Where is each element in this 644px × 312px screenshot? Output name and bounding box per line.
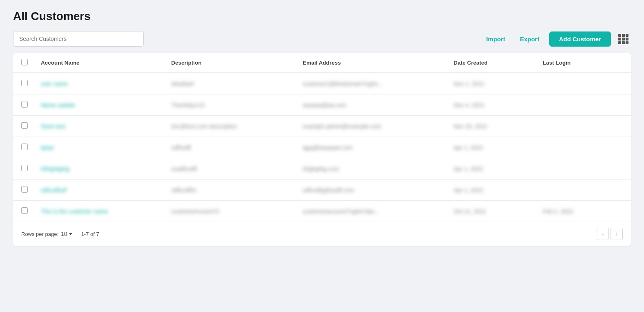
row-description: sdfhsdfl (165, 137, 296, 158)
row-checkbox[interactable] (21, 207, 28, 214)
rows-per-page-control: Rows per page: 10 1-7 of 7 (21, 231, 99, 237)
table-footer: Rows per page: 10 1-7 of 7 ‹ › (13, 222, 631, 246)
row-last-login (536, 180, 631, 201)
row-date-created: Apr 1, 2022 (447, 137, 536, 158)
select-all-checkbox[interactable] (21, 59, 28, 65)
table-row: hthtghtghtgsvadfuvdflthtghghtg.comApr 1,… (13, 158, 631, 180)
row-last-login (536, 158, 631, 180)
row-checkbox-cell (13, 158, 34, 180)
rows-per-page-select[interactable]: 10 (61, 231, 72, 237)
row-description: customerInvoice70 (165, 201, 296, 222)
table-row: Name updateThanMay123aaaaaa@aa.comNov 4,… (13, 94, 631, 116)
page-wrapper: All Customers Import Export Add Customer… (0, 0, 644, 312)
row-last-login (536, 137, 631, 158)
page-info: 1-7 of 7 (81, 231, 99, 237)
table-row: Store testdnc@test.com descriptionexampl… (13, 116, 631, 137)
row-description: ThanMay123 (165, 94, 296, 116)
customer-name-link[interactable]: hthtghtghtg (41, 166, 69, 172)
customer-name-link[interactable]: Store test (41, 123, 65, 130)
rows-per-page-value: 10 (61, 231, 67, 237)
rows-per-page-label: Rows per page: (21, 231, 58, 237)
row-email: aaaaaa@aa.com (296, 94, 447, 116)
row-account-name[interactable]: hthtghtghtg (34, 158, 165, 180)
prev-page-button[interactable]: ‹ (597, 228, 609, 240)
header-account-name: Account Name (34, 53, 165, 73)
row-email: customeraccount7nghe7abc... (296, 201, 447, 222)
header-checkbox-col (13, 53, 34, 73)
row-description: sdflcsdfhc (165, 180, 296, 201)
row-date-created: Nov 4, 2021 (447, 94, 536, 116)
row-last-login (536, 116, 631, 137)
row-account-name[interactable]: Store test (34, 116, 165, 137)
pagination-buttons: ‹ › (597, 228, 623, 240)
grid-view-button[interactable] (616, 31, 631, 47)
table-header-row: Account Name Description Email Address D… (13, 53, 631, 73)
row-date-created: Apr 1, 2022 (447, 158, 536, 180)
table-row: tprtprsdfhsdfltgpg@aaaaaat.comApr 1, 202… (13, 137, 631, 158)
header-description: Description (165, 53, 296, 73)
table-body: user nameafwafawfcustomer1@thedomain7ngh… (13, 73, 631, 222)
import-button[interactable]: Import (481, 32, 510, 46)
customer-name-link[interactable]: sdfcsdfsdf (41, 187, 67, 193)
customer-name-link[interactable]: user name (41, 81, 68, 87)
page-title: All Customers (13, 10, 631, 23)
row-checkbox[interactable] (21, 186, 28, 193)
row-checkbox-cell (13, 116, 34, 137)
row-checkbox[interactable] (21, 101, 28, 108)
header-last-login: Last Login (536, 53, 631, 73)
row-checkbox-cell (13, 73, 34, 94)
row-email: tgpg@aaaaaat.com (296, 137, 447, 158)
row-account-name[interactable]: Name update (34, 94, 165, 116)
export-button[interactable]: Export (515, 32, 544, 46)
row-date-created: Nov 1, 2021 (447, 73, 536, 94)
customer-name-link[interactable]: This is the customer name (41, 208, 108, 215)
table-row: This is the customer namecustomerInvoice… (13, 201, 631, 222)
row-last-login (536, 94, 631, 116)
row-date-created: Apr 1, 2022 (447, 180, 536, 201)
table-row: user nameafwafawfcustomer1@thedomain7ngh… (13, 73, 631, 94)
customers-table-container: Account Name Description Email Address D… (13, 53, 631, 246)
row-account-name[interactable]: sdfcsdfsdf (34, 180, 165, 201)
row-checkbox[interactable] (21, 165, 28, 171)
row-last-login (536, 73, 631, 94)
search-input[interactable] (13, 31, 144, 47)
row-account-name[interactable]: user name (34, 73, 165, 94)
row-checkbox-cell (13, 94, 34, 116)
table-row: sdfcsdfsdfsdflcsdfhcsdfcsdfg@asdfl.comAp… (13, 180, 631, 201)
header-date-created: Date Created (447, 53, 536, 73)
customer-name-link[interactable]: Name update (41, 102, 75, 108)
row-description: svadfuvdfl (165, 158, 296, 180)
next-page-button[interactable]: › (611, 228, 623, 240)
row-account-name[interactable]: This is the customer name (34, 201, 165, 222)
row-description: dnc@test.com description (165, 116, 296, 137)
customer-name-link[interactable]: tprtpr (41, 144, 54, 151)
customers-table: Account Name Description Email Address D… (13, 53, 631, 222)
row-last-login: Feb 2, 2022 (536, 201, 631, 222)
row-description: afwafawf (165, 73, 296, 94)
row-date-created: Nov 25, 2021 (447, 116, 536, 137)
row-checkbox-cell (13, 137, 34, 158)
row-email: customer1@thedomain7nghe... (296, 73, 447, 94)
row-checkbox[interactable] (21, 122, 28, 129)
row-date-created: Oct 21, 2021 (447, 201, 536, 222)
toolbar: Import Export Add Customer (13, 31, 631, 47)
row-email: thtghghtg.com (296, 158, 447, 180)
add-customer-button[interactable]: Add Customer (549, 31, 611, 47)
header-email-address: Email Address (296, 53, 447, 73)
grid-icon (618, 34, 628, 44)
row-checkbox-cell (13, 201, 34, 222)
chevron-down-icon (69, 233, 72, 235)
row-email: sdfcsdfg@asdfl.com (296, 180, 447, 201)
row-checkbox-cell (13, 180, 34, 201)
row-checkbox[interactable] (21, 80, 28, 86)
row-account-name[interactable]: tprtpr (34, 137, 165, 158)
row-checkbox[interactable] (21, 144, 28, 150)
row-email: example.admin@example.com (296, 116, 447, 137)
